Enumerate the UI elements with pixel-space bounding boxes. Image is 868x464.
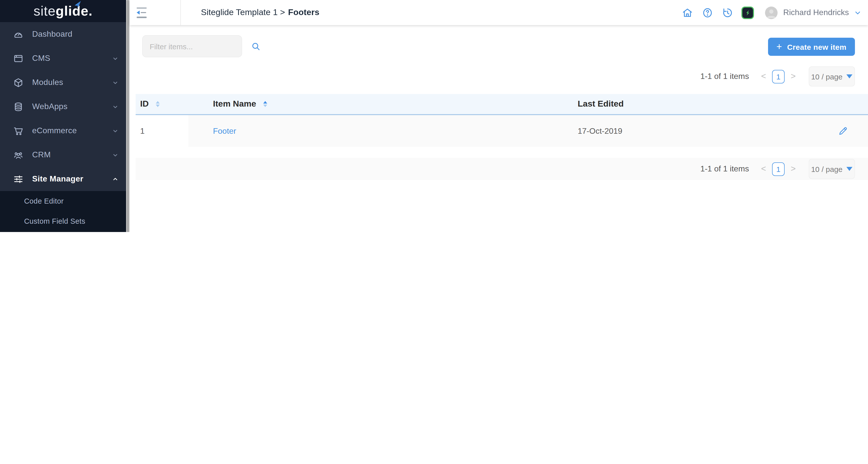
sidebar-item-label: Modules bbox=[32, 78, 63, 87]
page-size-value: 10 / page bbox=[811, 72, 842, 81]
column-header-last-edited: Last Edited bbox=[578, 94, 624, 114]
page-number-button[interactable]: 1 bbox=[772, 162, 785, 176]
collapse-bar bbox=[136, 17, 147, 18]
chevron-up-icon bbox=[112, 175, 119, 183]
cell-actions bbox=[838, 115, 868, 147]
edit-item-button[interactable] bbox=[838, 126, 848, 136]
breadcrumb-current: Footers bbox=[288, 7, 319, 18]
scrollbar-thumb[interactable] bbox=[127, 0, 129, 232]
sidebar-nav: Dashboard CMS Modules WebApps eCommerce bbox=[0, 22, 126, 232]
breadcrumb-site-link[interactable]: Siteglide Template 1 > bbox=[201, 7, 285, 18]
topbar-divider bbox=[180, 0, 181, 25]
sidebar-item-cms[interactable]: CMS bbox=[0, 46, 126, 70]
sidebar: siteglide. Dashboard CMS Modules WebApps bbox=[0, 0, 126, 232]
help-button[interactable] bbox=[702, 6, 714, 19]
sidebar-collapse-button[interactable] bbox=[136, 7, 148, 18]
chevron-down-icon bbox=[112, 127, 119, 135]
sidebar-item-label: Dashboard bbox=[32, 30, 72, 39]
sort-control bbox=[263, 101, 267, 107]
home-icon bbox=[682, 7, 693, 18]
sidebar-item-dashboard[interactable]: Dashboard bbox=[0, 22, 126, 46]
page-number-button[interactable]: 1 bbox=[772, 69, 785, 83]
avatar bbox=[765, 6, 778, 19]
home-button[interactable] bbox=[681, 6, 693, 19]
page-size-select[interactable]: 10 / page bbox=[809, 66, 855, 86]
breadcrumb: Siteglide Template 1 > Footers bbox=[201, 0, 319, 25]
sort-desc-icon bbox=[263, 105, 267, 107]
webapps-icon bbox=[13, 101, 24, 112]
sidebar-item-modules[interactable]: Modules bbox=[0, 70, 126, 94]
last-edited-value: 17-Oct-2019 bbox=[578, 126, 622, 136]
row-id-value: 1 bbox=[140, 126, 145, 136]
table-row: 1 Footer 17-Oct-2019 bbox=[135, 115, 868, 147]
sidebar-item-label: Site Manager bbox=[32, 174, 83, 183]
ecommerce-icon bbox=[13, 125, 24, 136]
pagination-summary: 1-1 of 1 items bbox=[700, 164, 749, 173]
plus-icon: + bbox=[776, 41, 782, 52]
chevron-down-icon bbox=[112, 55, 119, 62]
item-name-link[interactable]: Footer bbox=[213, 126, 236, 136]
cell-id: 1 bbox=[135, 115, 188, 147]
table-footer-bar: 1-1 of 1 items < 1 > 10 / page bbox=[135, 158, 868, 180]
caret-down-icon bbox=[847, 75, 853, 79]
chevron-down-icon bbox=[112, 79, 119, 86]
pagination-summary: 1-1 of 1 items bbox=[700, 72, 749, 81]
sort-asc-icon bbox=[156, 101, 160, 104]
page-size-value: 10 / page bbox=[811, 165, 842, 173]
page-size-select[interactable]: 10 / page bbox=[809, 159, 855, 179]
siteglide-bolt-icon bbox=[744, 9, 752, 16]
siteglide-app-badge[interactable] bbox=[742, 6, 754, 19]
sidebar-scrollbar[interactable] bbox=[126, 0, 130, 232]
sidebar-item-site-manager[interactable]: Site Manager bbox=[0, 167, 126, 191]
main-panel: + Create new item 1-1 of 1 items < 1 > 1… bbox=[130, 25, 868, 232]
chevron-down-icon bbox=[112, 103, 119, 110]
top-bar: Siteglide Template 1 > Footers bbox=[130, 0, 868, 25]
next-page-button[interactable]: > bbox=[788, 164, 798, 174]
create-button-label: Create new item bbox=[787, 42, 846, 51]
sidebar-item-ecommerce[interactable]: eCommerce bbox=[0, 119, 126, 143]
next-page-button[interactable]: > bbox=[788, 71, 798, 82]
submenu-item-templates[interactable]: Templates bbox=[0, 231, 126, 232]
column-header-id[interactable]: ID bbox=[140, 94, 160, 114]
prev-page-button[interactable]: < bbox=[759, 71, 768, 82]
pagination-bottom: 1-1 of 1 items < 1 > 10 / page bbox=[700, 159, 855, 179]
sidebar-item-crm[interactable]: CRM bbox=[0, 143, 126, 167]
history-button[interactable] bbox=[721, 6, 734, 19]
sidebar-item-label: eCommerce bbox=[32, 126, 77, 135]
pencil-icon bbox=[838, 126, 848, 136]
cms-icon bbox=[13, 53, 24, 64]
siteglide-logo[interactable]: siteglide. bbox=[0, 0, 126, 22]
filter-field bbox=[142, 35, 242, 57]
sidebar-item-webapps[interactable]: WebApps bbox=[0, 94, 126, 119]
person-icon bbox=[765, 6, 778, 19]
crm-icon bbox=[13, 150, 24, 160]
submenu-item-code-editor[interactable]: Code Editor bbox=[0, 191, 126, 211]
user-menu[interactable]: Richard Hendricks bbox=[765, 6, 862, 19]
sort-asc-icon bbox=[263, 101, 267, 104]
table-header: ID Item Name Last Edited bbox=[135, 94, 868, 115]
column-header-item-name[interactable]: Item Name bbox=[213, 94, 267, 114]
cell-item-name: Footer bbox=[188, 115, 570, 147]
app-root: siteglide. Dashboard CMS Modules WebApps bbox=[0, 0, 868, 232]
create-new-item-button[interactable]: + Create new item bbox=[768, 38, 855, 56]
collapse-bar bbox=[136, 7, 147, 8]
arrow-left-icon bbox=[136, 10, 140, 14]
collapse-arrow-row bbox=[136, 10, 148, 14]
user-name: Richard Hendricks bbox=[783, 8, 849, 17]
logo-text-light: site bbox=[33, 3, 56, 18]
sort-desc-icon bbox=[156, 105, 160, 107]
logo-text-bold: glide. bbox=[56, 3, 93, 18]
prev-page-button[interactable]: < bbox=[759, 164, 768, 174]
submenu-item-custom-field-sets[interactable]: Custom Field Sets bbox=[0, 211, 126, 231]
search-icon[interactable] bbox=[251, 41, 261, 52]
caret-down-icon bbox=[847, 167, 853, 171]
filter-input[interactable] bbox=[149, 41, 251, 51]
chevron-down-icon bbox=[112, 151, 119, 158]
logo-text: siteglide. bbox=[33, 3, 92, 19]
modules-icon bbox=[13, 77, 24, 88]
sidebar-item-label: CMS bbox=[32, 54, 50, 63]
site-manager-submenu: Code Editor Custom Field Sets Templates … bbox=[0, 191, 126, 232]
topbar-actions: Richard Hendricks bbox=[673, 0, 862, 25]
sidebar-item-label: CRM bbox=[32, 150, 51, 160]
help-icon bbox=[702, 7, 713, 18]
